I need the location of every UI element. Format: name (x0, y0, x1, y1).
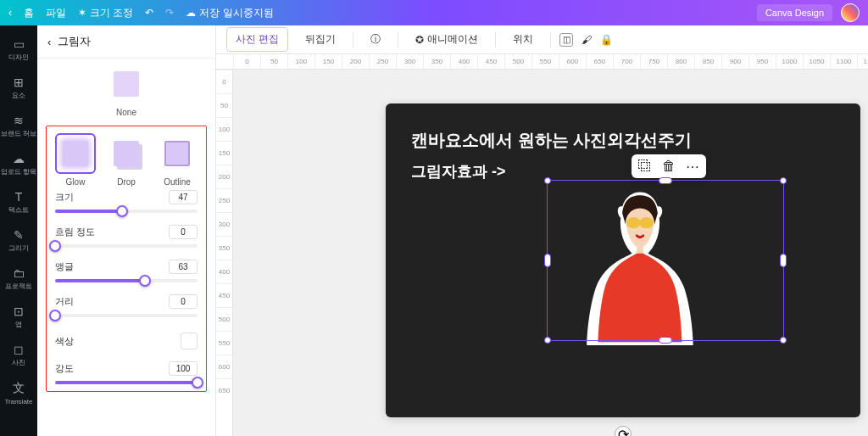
nav-back-icon[interactable]: ‹ (8, 7, 12, 19)
intensity-value[interactable]: 100 (169, 361, 198, 376)
ruler-horizontal: 0501001502002503003504004505005506006507… (216, 54, 868, 70)
canvas-area: 사진 편집 뒤집기 ⓘ ✪ 애니메이션 위치 ◫ 🖌 🔒 05010015020… (216, 25, 868, 436)
panel-title: 그림자 (58, 34, 91, 49)
resize-handle[interactable] (780, 254, 787, 267)
nav-draw[interactable]: ✎그리기 (0, 223, 37, 258)
nav-design[interactable]: ▭디자인 (0, 32, 37, 67)
left-nav: ▭디자인⊞요소≋브랜드 허브☁업로드 항목T텍스트✎그리기🗀프로젝트⊡앱◻사진文… (0, 25, 37, 436)
shadow-style-drop[interactable]: Drop (106, 133, 147, 187)
slider-value[interactable]: 0 (169, 294, 198, 309)
more-icon[interactable]: ⋯ (684, 158, 701, 175)
nav-photos[interactable]: ◻사진 (0, 338, 37, 372)
distance-slider[interactable] (55, 314, 198, 317)
ruler-vertical: 050100150200250300350400450500550600650 (216, 70, 233, 436)
nav-apps[interactable]: ⊡앱 (0, 299, 37, 334)
resize-handle[interactable] (544, 177, 551, 184)
resize-handle[interactable] (544, 337, 551, 344)
avatar[interactable] (841, 3, 860, 22)
blur-slider[interactable] (55, 244, 198, 248)
style-label: Outline (164, 177, 191, 187)
slider-label: 거리 (55, 295, 74, 308)
side-panel: ‹ 그림자 None Glow Drop (37, 25, 216, 436)
delete-icon[interactable]: 🗑 (660, 158, 677, 175)
slider-value[interactable]: 63 (169, 260, 198, 274)
shadow-style-none[interactable]: None (106, 64, 147, 117)
animation-label: 애니메이션 (427, 32, 478, 47)
style-label: Drop (117, 177, 136, 187)
cloud-save-status[interactable]: ☁ 저장 일시중지됨 (186, 6, 273, 20)
color-label: 색상 (55, 335, 74, 348)
animation-button[interactable]: ✪ 애니메이션 (407, 28, 487, 51)
selection-rect[interactable] (547, 180, 784, 341)
undo-icon[interactable]: ↶ (145, 7, 153, 19)
nav-brandhub[interactable]: ≋브랜드 허브 (0, 109, 37, 143)
intensity-label: 강도 (55, 362, 74, 375)
intensity-slider[interactable] (55, 381, 198, 384)
nav-uploads[interactable]: ☁업로드 항목 (0, 147, 37, 182)
paint-icon[interactable]: 🖌 (581, 34, 592, 46)
resize-handle[interactable] (544, 254, 551, 267)
nav-resize[interactable]: ✶ 크기 조정 (78, 6, 133, 20)
position-button[interactable]: 위치 (504, 28, 542, 51)
save-status-label: 저장 일시중지됨 (199, 6, 273, 20)
slider-label: 크기 (55, 191, 74, 204)
shadow-style-outline[interactable]: Outline (157, 133, 198, 187)
style-label: None (116, 108, 136, 117)
duplicate-icon[interactable]: ⿻ (637, 158, 654, 175)
resize-handle[interactable] (659, 337, 672, 344)
nav-translate[interactable]: 文Translate (0, 376, 37, 411)
size-slider[interactable] (55, 210, 198, 213)
flip-button[interactable]: 뒤집기 (297, 28, 344, 51)
topbar: ‹ 홈 파일 ✶ 크기 조정 ↶ ↷ ☁ 저장 일시중지됨 Canva Desi… (0, 0, 868, 25)
resize-handle[interactable] (780, 177, 787, 184)
slider-label: 흐림 정도 (55, 226, 95, 238)
color-swatch[interactable] (181, 333, 198, 349)
shadow-style-glow[interactable]: Glow (55, 133, 96, 187)
slider-value[interactable]: 47 (169, 190, 198, 204)
canva-design-button[interactable]: Canva Design (757, 4, 832, 21)
canvas-title-text[interactable]: 캔바요소에서 원하는 사진외각선주기 (411, 129, 692, 152)
resize-handle[interactable] (659, 177, 672, 184)
slider-value[interactable]: 0 (169, 225, 198, 239)
resize-handle[interactable] (780, 337, 787, 344)
nav-resize-label: 크기 조정 (90, 6, 133, 20)
shadow-controls-highlight: Glow Drop Outline 크기47흐림 정도0앵글63거리0 색상 (46, 126, 207, 392)
angle-slider[interactable] (55, 279, 198, 282)
slider-label: 앵글 (55, 260, 74, 273)
nav-text[interactable]: T텍스트 (0, 185, 37, 220)
lock-icon[interactable]: 🔒 (600, 34, 613, 46)
transparency-icon[interactable]: ◫ (559, 33, 573, 47)
redo-icon: ↷ (165, 7, 174, 19)
nav-file[interactable]: 파일 (46, 6, 66, 20)
panel-back-icon[interactable]: ‹ (47, 36, 51, 48)
style-label: Glow (66, 177, 86, 187)
nav-home[interactable]: 홈 (24, 6, 34, 20)
canvas-viewport[interactable]: 캔바요소에서 원하는 사진외각선주기 그림자효과 -> ⿻ 🗑 ⋯ (233, 70, 868, 436)
nav-projects[interactable]: 🗀프로젝트 (0, 261, 37, 296)
element-float-toolbar: ⿻ 🗑 ⋯ (632, 154, 706, 178)
canvas-subtitle-text[interactable]: 그림자효과 -> (411, 161, 506, 182)
context-toolbar: 사진 편집 뒤집기 ⓘ ✪ 애니메이션 위치 ◫ 🖌 🔒 (216, 25, 868, 54)
nav-elements[interactable]: ⊞요소 (0, 70, 37, 105)
design-canvas[interactable]: 캔바요소에서 원하는 사진외각선주기 그림자효과 -> ⿻ 🗑 ⋯ (386, 103, 860, 417)
rotate-handle[interactable]: ⟳ (615, 426, 632, 436)
edit-photo-button[interactable]: 사진 편집 (226, 27, 288, 52)
info-icon[interactable]: ⓘ (362, 28, 389, 51)
